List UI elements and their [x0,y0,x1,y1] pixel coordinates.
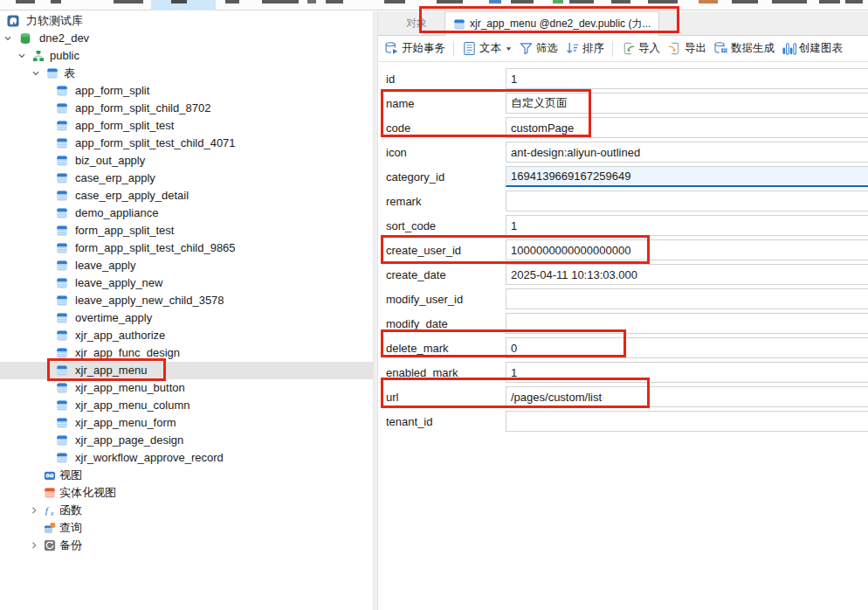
tree-item-label: app_form_split_test [75,117,174,135]
toolbar-button-data-generation[interactable]: 数据生成 [710,38,778,60]
table-icon [56,242,68,254]
field-input-create_date[interactable]: 2025-04-11 10:13:03.000 [506,264,868,285]
chevron-down-icon[interactable] [3,34,12,43]
tree-item-table-xjr_app_menu_form[interactable]: xjr_app_menu_form [0,414,373,432]
database-manager-window: 力软测试库dne2_devpublic表app_form_splitapp_fo… [0,0,868,610]
tree-item-table-xjr_workflow_approve_record[interactable]: xjr_workflow_approve_record [0,449,373,467]
tree-item-table-xjr_app_menu_column[interactable]: xjr_app_menu_column [0,397,373,414]
tab-objects[interactable]: 对象 [396,11,437,35]
chevron-down-icon[interactable] [31,69,40,78]
table-icon [46,67,59,80]
tree-item-table-case_erp_apply[interactable]: case_erp_apply [0,170,373,187]
tree-item-label: overtime_apply [75,309,152,327]
cutoff-toolbar-fragment [171,0,187,3]
toolbar-button-import[interactable]: 导入 [617,38,664,60]
table-icon [56,260,68,272]
tree-item-table-app_form_split_test[interactable]: app_form_split_test [0,117,373,135]
tree-item-table-form_app_split_test[interactable]: form_app_split_test [0,222,373,239]
field-input-modify_date[interactable] [506,313,868,334]
tree-item-label: 表 [64,65,75,82]
toolbar-button-create-chart[interactable]: 创建图表 [778,38,846,60]
field-label-enabled_mark: enabled_mark [378,366,506,379]
tree-item-label: xjr_app_authorize [75,327,165,344]
field-input-category_id[interactable]: 1694139669167259649 [506,166,868,187]
tree-item-table-demo_appliance[interactable]: demo_appliance [0,204,373,222]
tree-item-table-xjr_app_func_design[interactable]: xjr_app_func_design [0,344,373,362]
table-icon [56,277,68,289]
field-input-url[interactable]: /pages/custom/list [506,386,868,407]
toolbar-button-text-view[interactable]: 文本 [458,38,515,60]
dropdown-caret-icon[interactable] [506,46,512,52]
toolbar-button-begin-transaction[interactable]: 开始事务 [381,38,449,60]
tree-item-table-leave_apply_new[interactable]: leave_apply_new [0,274,373,292]
form-row-remark: remark [378,189,868,213]
tree-item-label: xjr_app_func_design [75,344,180,362]
tree-item-connection-lirun-test-db[interactable]: 力软测试库 [0,12,373,30]
field-label-tenant_id: tenant_id [378,415,506,428]
tree-item-label: app_form_split_test_child_4071 [75,135,236,152]
field-label-create_date: create_date [378,268,506,281]
field-input-delete_mark[interactable]: 0 [506,337,868,358]
field-value-create_user_id: 1000000000000000000 [511,244,630,257]
field-input-modify_user_id[interactable] [506,288,868,309]
tree-item-table-xjr_app_authorize[interactable]: xjr_app_authorize [0,327,373,344]
toolbar-button-filter[interactable]: 筛选 [515,38,561,60]
tree-item-label: 备份 [59,537,82,554]
field-input-icon[interactable]: ant-design:aliyun-outlined [506,142,868,163]
tree-item-label: public [50,47,79,65]
svg-text:x: x [50,510,54,516]
form-row-create_date: create_date2025-04-11 10:13:03.000 [378,262,868,287]
chevron-down-icon[interactable] [17,52,26,60]
tree-item-table-leave_apply[interactable]: leave_apply [0,257,373,274]
tree-item-materialized-views[interactable]: 实体化视图 [0,484,373,502]
tree-item-table-app_form_split_child_8702[interactable]: app_form_split_child_8702 [0,100,373,117]
tree-item-table-overtime_apply[interactable]: overtime_apply [0,309,373,327]
tree-item-table-case_erp_apply_detail[interactable]: case_erp_apply_detail [0,187,373,204]
chevron-right-icon[interactable] [30,506,38,515]
connection-tree-sidebar: 力软测试库dne2_devpublic表app_form_splitapp_fo… [0,11,373,610]
tree-item-table-app_form_split_test_child_4071[interactable]: app_form_split_test_child_4071 [0,135,373,152]
cutoff-toolbar-fragment [262,0,299,3]
toolbar-button-sort[interactable]: 排序 [561,38,608,60]
field-value-create_date: 2025-04-11 10:13:03.000 [511,268,637,281]
tree-item-label: case_erp_apply [75,170,155,187]
toolbar-button-label: 开始事务 [402,41,445,56]
field-input-id[interactable]: 1 [506,68,868,89]
tree-item-db-dne2_dev[interactable]: dne2_dev [0,30,373,47]
tab-xjr-app-menu[interactable]: xjr_app_menu @dne2_dev.public (力... [444,11,659,36]
field-value-enabled_mark: 1 [511,366,517,379]
tree-item-views[interactable]: 视图 [0,467,373,484]
tree-item-table-app_form_split[interactable]: app_form_split [0,82,373,100]
chevron-right-icon[interactable] [30,541,38,550]
tree-item-schema-public[interactable]: public [0,47,373,65]
tree-item-label: case_erp_apply_detail [75,187,189,204]
table-icon [56,382,68,394]
field-input-remark[interactable] [506,191,868,211]
toolbar-button-export[interactable]: 导出 [664,38,710,60]
tree-item-label: xjr_app_menu_form [75,414,176,432]
tree-item-table-form_app_split_test_child_9865[interactable]: form_app_split_test_child_9865 [0,239,373,257]
tree-item-table-leave_apply_new_child_3578[interactable]: leave_apply_new_child_3578 [0,292,373,309]
field-input-tenant_id[interactable] [506,411,868,432]
tree-item-tables-folder[interactable]: 表 [0,65,373,82]
field-label-id: id [378,73,506,86]
toolbar-button-label: 导入 [638,41,660,56]
field-input-name[interactable]: 自定义页面 [506,93,868,114]
export-icon [667,41,682,56]
field-input-sort_code[interactable]: 1 [506,215,868,236]
field-input-enabled_mark[interactable]: 1 [506,362,868,383]
cutoff-toolbar-fragment [51,0,61,3]
tree-item-table-xjr_app_menu[interactable]: xjr_app_menu [0,362,373,379]
table-icon [56,85,68,97]
tree-item-table-biz_out_apply[interactable]: biz_out_apply [0,152,373,170]
tree-item-label: app_form_split [75,82,149,100]
table-icon [56,452,68,464]
tree-item-table-xjr_app_page_design[interactable]: xjr_app_page_design [0,432,373,449]
tree-item-backups[interactable]: 备份 [0,537,373,554]
tree-item-functions[interactable]: fx函数 [0,502,373,519]
tree-item-table-xjr_app_menu_button[interactable]: xjr_app_menu_button [0,379,373,397]
field-input-code[interactable]: customPage [506,117,868,138]
field-label-category_id: category_id [378,170,506,184]
tree-item-queries[interactable]: 查询 [0,519,373,537]
field-input-create_user_id[interactable]: 1000000000000000000 [506,239,868,260]
